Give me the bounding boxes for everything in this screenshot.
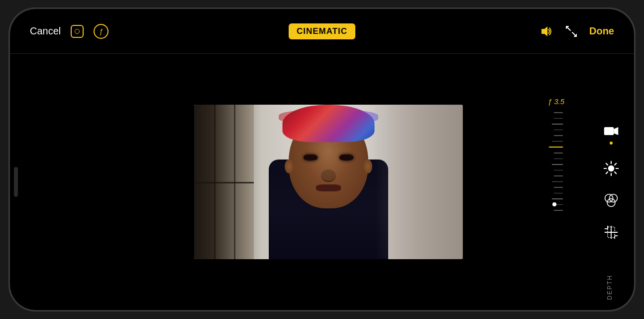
crop-icon bbox=[603, 224, 619, 240]
video-tool[interactable] bbox=[603, 124, 619, 145]
aperture-button[interactable]: ƒ bbox=[94, 24, 108, 39]
tool-icons bbox=[603, 124, 619, 240]
fullscreen-icon bbox=[565, 25, 577, 37]
color-tool[interactable] bbox=[603, 192, 619, 208]
top-bar: Cancel ƒ CINEMATIC bbox=[10, 9, 634, 54]
tick-10 bbox=[552, 164, 563, 165]
tick-14 bbox=[554, 187, 563, 188]
tick-9 bbox=[554, 159, 563, 160]
svg-point-15 bbox=[609, 194, 617, 202]
brightness-tool[interactable] bbox=[603, 160, 619, 176]
crop-tool[interactable] bbox=[603, 224, 619, 240]
color-channels-icon bbox=[603, 192, 619, 208]
cinematic-badge[interactable]: CINEMATIC bbox=[289, 23, 355, 39]
video-preview-inner bbox=[194, 105, 463, 259]
tick-12 bbox=[554, 175, 563, 176]
phone-frame: Cancel ƒ CINEMATIC bbox=[8, 7, 636, 312]
left-side-button bbox=[14, 167, 18, 197]
tick-13 bbox=[552, 181, 563, 182]
right-eye bbox=[339, 155, 353, 160]
depth-label: DEPTH bbox=[606, 275, 613, 300]
bokeh-right bbox=[373, 105, 463, 259]
tool-dot-video bbox=[610, 142, 613, 145]
tick-11 bbox=[554, 170, 563, 171]
slider-ticks[interactable] bbox=[549, 110, 563, 267]
top-bar-center: CINEMATIC bbox=[224, 23, 419, 39]
tick-8 bbox=[554, 153, 563, 154]
volume-button[interactable] bbox=[539, 24, 553, 38]
tick-3 bbox=[552, 124, 563, 125]
svg-point-14 bbox=[605, 194, 613, 202]
tick-2 bbox=[554, 118, 563, 119]
svg-line-10 bbox=[606, 163, 608, 165]
top-bar-right: Done bbox=[420, 24, 614, 38]
left-ear bbox=[285, 160, 294, 173]
photo-circle-icon bbox=[75, 29, 80, 34]
f-aperture-icon: ƒ bbox=[94, 24, 108, 39]
tick-4 bbox=[554, 130, 563, 131]
svg-line-12 bbox=[615, 163, 616, 165]
eyes-area bbox=[299, 155, 358, 164]
right-ear bbox=[363, 160, 372, 173]
svg-rect-3 bbox=[604, 127, 614, 135]
tick-16 bbox=[552, 198, 563, 199]
nose bbox=[321, 169, 336, 182]
svg-line-1 bbox=[566, 26, 570, 30]
svg-line-11 bbox=[615, 172, 616, 173]
svg-line-2 bbox=[572, 32, 576, 36]
window-frame-h bbox=[194, 182, 254, 183]
tick-5 bbox=[554, 135, 563, 136]
svg-point-5 bbox=[608, 165, 614, 171]
slider-track: ƒ 3.5 bbox=[548, 97, 564, 267]
brightness-icon bbox=[603, 160, 619, 176]
lips bbox=[316, 184, 341, 191]
main-content: ƒ 3.5 bbox=[10, 54, 634, 310]
tick-6 bbox=[552, 141, 563, 142]
left-eye bbox=[304, 155, 318, 160]
tick-1 bbox=[554, 112, 563, 113]
video-preview[interactable] bbox=[194, 105, 463, 259]
headwrap bbox=[283, 105, 375, 142]
done-button[interactable]: Done bbox=[589, 25, 614, 37]
top-bar-left: Cancel ƒ bbox=[30, 24, 224, 39]
svg-line-13 bbox=[606, 172, 608, 173]
video-camera-icon bbox=[603, 124, 619, 140]
tick-15 bbox=[554, 193, 563, 194]
volume-icon bbox=[539, 24, 553, 38]
fstop-label: ƒ 3.5 bbox=[548, 97, 564, 106]
svg-marker-0 bbox=[541, 26, 547, 36]
svg-marker-4 bbox=[614, 127, 618, 135]
tick-18 bbox=[554, 210, 563, 211]
cancel-button[interactable]: Cancel bbox=[30, 25, 61, 37]
svg-point-16 bbox=[607, 198, 615, 206]
photo-icon-button[interactable] bbox=[71, 25, 84, 38]
phone-inner: Cancel ƒ CINEMATIC bbox=[10, 9, 634, 310]
photo-frame-icon bbox=[71, 25, 84, 38]
fullscreen-button[interactable] bbox=[565, 25, 577, 37]
tick-active bbox=[549, 147, 563, 148]
